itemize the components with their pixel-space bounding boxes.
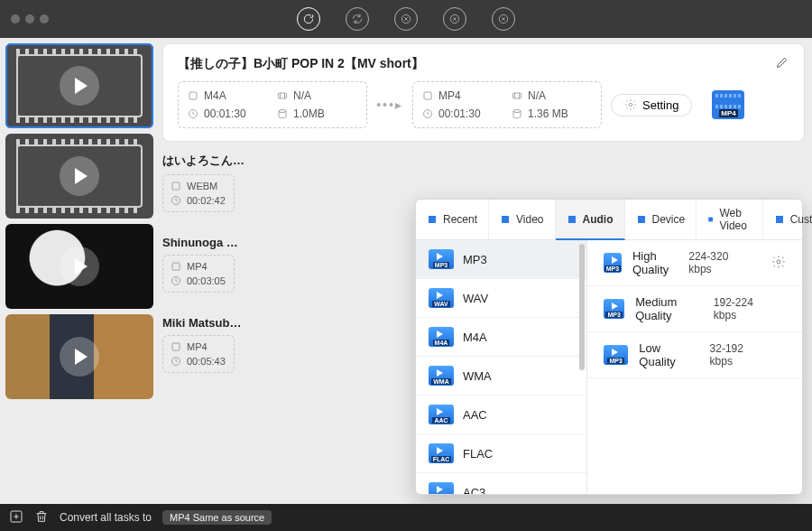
quality-label: High Quality bbox=[632, 249, 678, 276]
format-item-wav[interactable]: WAVWAV bbox=[416, 279, 586, 318]
svg-rect-3 bbox=[189, 92, 197, 99]
play-icon bbox=[60, 337, 99, 377]
tab-label: Audio bbox=[583, 213, 614, 226]
svg-rect-8 bbox=[513, 93, 521, 98]
source-fps: N/A bbox=[293, 89, 311, 102]
format-icon: WMA bbox=[429, 366, 454, 386]
play-icon bbox=[60, 66, 99, 106]
target-format: MP4 bbox=[438, 89, 461, 102]
quality-bitrate: 224-320 kbps bbox=[688, 250, 735, 275]
format-label: MP3 bbox=[463, 253, 487, 266]
format-icon: MP3 bbox=[604, 345, 628, 365]
quality-item[interactable]: MP3High Quality224-320 kbps bbox=[587, 240, 802, 286]
format-icon: MP3 bbox=[604, 299, 624, 319]
format-badge[interactable]: MP4 bbox=[712, 90, 744, 119]
sidebar-thumbnail[interactable] bbox=[5, 314, 153, 399]
source-info-box: WEBM 00:02:42 bbox=[162, 174, 235, 212]
svg-rect-22 bbox=[708, 218, 713, 222]
svg-point-10 bbox=[513, 110, 521, 113]
format-label: AAC bbox=[463, 408, 487, 422]
tab-audio[interactable]: Audio bbox=[556, 200, 625, 240]
format-label: WMA bbox=[463, 369, 492, 383]
quality-bitrate: 192-224 kbps bbox=[714, 296, 768, 321]
svg-rect-12 bbox=[172, 182, 180, 190]
tab-device[interactable]: Device bbox=[625, 200, 697, 239]
source-info-box: M4A N/A 00:01:30 1.0MB bbox=[178, 81, 367, 128]
arrow-icon: •••▸ bbox=[376, 98, 403, 112]
format-item-mp3[interactable]: MP3MP3 bbox=[416, 240, 586, 279]
format-item-wma[interactable]: WMAWMA bbox=[416, 357, 586, 396]
gear-icon[interactable] bbox=[771, 255, 786, 272]
source-duration: 00:01:30 bbox=[204, 107, 246, 120]
edit-icon[interactable] bbox=[775, 55, 789, 72]
source-info-box: MP4 00:05:43 bbox=[162, 335, 235, 373]
sidebar-thumbnail[interactable] bbox=[5, 43, 153, 128]
format-label: M4A bbox=[463, 331, 487, 344]
sync-icon[interactable] bbox=[297, 7, 320, 31]
add-task-icon[interactable] bbox=[9, 509, 23, 526]
format-item-aac[interactable]: AACAAC bbox=[416, 396, 586, 434]
svg-point-6 bbox=[279, 110, 286, 113]
svg-rect-18 bbox=[429, 216, 436, 223]
sidebar-thumbnail[interactable] bbox=[5, 134, 153, 219]
format-badge-label: MP4 bbox=[719, 109, 737, 117]
titlebar bbox=[0, 0, 812, 38]
quality-item[interactable]: MP3Low Quality32-192 kbps bbox=[587, 332, 802, 378]
convert-all-dropdown[interactable]: MP4 Same as source bbox=[162, 510, 272, 525]
quality-label: Medium Quality bbox=[635, 295, 703, 322]
quality-item[interactable]: MP3Medium Quality192-224 kbps bbox=[587, 286, 802, 332]
tab-label: Custom bbox=[790, 213, 812, 226]
setting-label: Setting bbox=[642, 98, 678, 112]
minimize-dot[interactable] bbox=[25, 14, 34, 23]
tab-label: Device bbox=[652, 213, 686, 226]
task-title: はいよろこんで こっちのけんと MV bbox=[162, 149, 245, 174]
maximize-dot[interactable] bbox=[40, 14, 49, 23]
format-icon: M4A bbox=[429, 327, 454, 347]
convert-all-label: Convert all tasks to bbox=[60, 511, 152, 524]
setting-button[interactable]: Setting bbox=[611, 94, 692, 116]
source-format: MP4 bbox=[187, 261, 208, 272]
svg-rect-21 bbox=[638, 216, 645, 223]
format-list[interactable]: MP3MP3WAVWAVM4AM4AWMAWMAAACAACFLACFLACAC… bbox=[416, 240, 587, 494]
source-info-box: MP4 00:03:05 bbox=[162, 255, 235, 293]
play-icon bbox=[60, 247, 99, 286]
quality-bitrate: 32-192 kbps bbox=[710, 342, 768, 368]
scrollbar[interactable] bbox=[579, 244, 585, 490]
svg-rect-20 bbox=[568, 216, 576, 223]
task-card[interactable]: 【推しの子】B小町 POP IN 2【MV short】 M4A N/A 00:… bbox=[162, 43, 805, 142]
format-item-m4a[interactable]: M4AM4A bbox=[416, 318, 586, 357]
task-title: Shinunoga E-W bbox=[162, 232, 245, 255]
svg-rect-14 bbox=[172, 263, 180, 270]
tab-label: Recent bbox=[443, 213, 477, 226]
format-label: FLAC bbox=[463, 447, 493, 461]
format-icon: AC3 bbox=[429, 482, 454, 494]
tab-video[interactable]: Video bbox=[489, 200, 555, 239]
source-duration: 00:02:42 bbox=[187, 195, 226, 206]
film-settings-icon[interactable] bbox=[492, 7, 515, 31]
film-add-icon[interactable] bbox=[443, 7, 466, 31]
film-edit-icon[interactable] bbox=[394, 7, 418, 31]
quality-label: Low Quality bbox=[639, 341, 698, 368]
format-item-flac[interactable]: FLACFLAC bbox=[416, 434, 586, 473]
close-dot[interactable] bbox=[11, 14, 20, 23]
tab-web-video[interactable]: Web Video bbox=[697, 200, 762, 239]
svg-rect-23 bbox=[776, 216, 783, 223]
window-controls[interactable] bbox=[11, 14, 49, 23]
source-format: MP4 bbox=[187, 341, 208, 352]
tab-recent[interactable]: Recent bbox=[416, 200, 489, 239]
format-picker-tabs: RecentVideoAudioDeviceWeb VideoCustom bbox=[416, 200, 802, 240]
format-icon: MP3 bbox=[604, 253, 622, 273]
tab-custom[interactable]: Custom bbox=[763, 200, 812, 239]
target-info-box: MP4 N/A 00:01:30 1.36 MB bbox=[412, 81, 602, 128]
refresh-icon[interactable] bbox=[346, 7, 369, 31]
sidebar-thumbnail[interactable] bbox=[5, 224, 153, 309]
source-size: 1.0MB bbox=[293, 107, 325, 120]
quality-list[interactable]: MP3High Quality224-320 kbpsMP3Medium Qua… bbox=[587, 240, 802, 494]
format-icon: MP3 bbox=[429, 249, 454, 269]
svg-point-11 bbox=[629, 103, 632, 107]
format-label: WAV bbox=[463, 292, 488, 305]
format-icon: AAC bbox=[429, 405, 454, 424]
svg-rect-7 bbox=[424, 92, 431, 99]
delete-task-icon[interactable] bbox=[34, 509, 49, 526]
format-item-ac3[interactable]: AC3AC3 bbox=[416, 473, 586, 494]
